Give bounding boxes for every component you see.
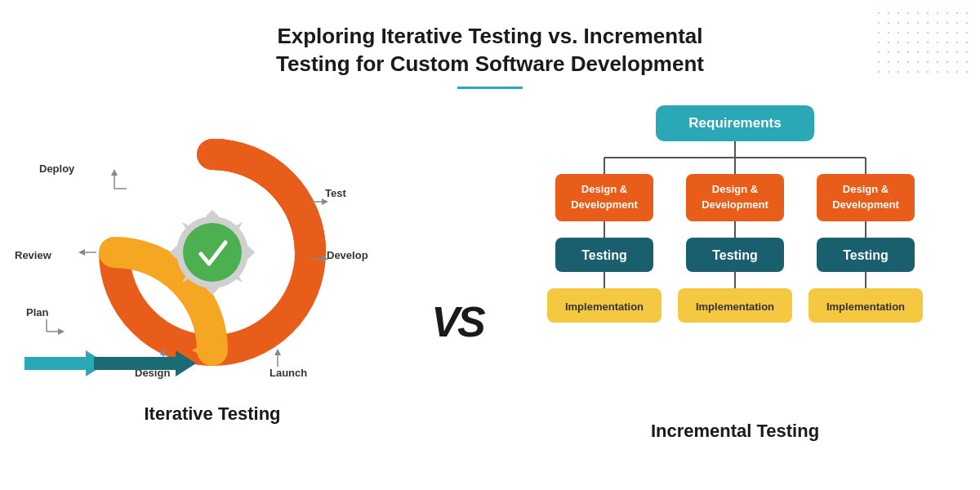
svg-marker-31 (58, 328, 65, 335)
svg-text:Implementation: Implementation (565, 301, 644, 313)
label-plan: Plan (26, 306, 49, 318)
svg-text:Testing: Testing (712, 248, 758, 262)
svg-marker-22 (111, 169, 118, 176)
svg-text:Implementation: Implementation (696, 301, 774, 313)
svg-marker-14 (248, 246, 255, 259)
iterative-title: Iterative Testing (0, 403, 425, 425)
svg-text:Development: Development (571, 198, 638, 211)
svg-rect-63 (817, 174, 915, 221)
iterative-diagram: Deploy Test Review Develop Plan (0, 105, 425, 399)
incremental-title: Incremental Testing (651, 421, 819, 442)
svg-marker-26 (78, 249, 85, 256)
dots-decoration (874, 8, 972, 74)
svg-text:Implementation: Implementation (826, 301, 905, 313)
requirements-box: Requirements (656, 105, 813, 141)
svg-text:Development: Development (832, 198, 899, 211)
title-underline (457, 87, 523, 89)
main-title: Exploring Iterative Testing vs. Incremen… (0, 0, 980, 78)
svg-text:Testing: Testing (581, 248, 627, 262)
label-deploy: Deploy (39, 163, 75, 175)
svg-text:Design &: Design & (712, 183, 758, 195)
label-test: Test (325, 187, 346, 199)
label-review: Review (15, 249, 52, 261)
svg-point-19 (183, 223, 242, 282)
svg-marker-11 (206, 210, 219, 216)
svg-marker-24 (322, 198, 328, 205)
vs-divider: VS (425, 163, 490, 481)
svg-rect-54 (686, 174, 784, 221)
incremental-tree: Requirements Design & Development (506, 105, 964, 442)
svg-marker-35 (274, 349, 281, 355)
svg-text:Design &: Design & (843, 183, 889, 195)
svg-text:Testing: Testing (843, 248, 889, 262)
svg-rect-45 (555, 174, 653, 221)
label-launch: Launch (270, 367, 307, 379)
svg-text:Design &: Design & (581, 183, 627, 195)
svg-text:Development: Development (702, 198, 768, 211)
right-panel: Requirements Design & Development (490, 97, 980, 481)
vs-text: VS (431, 297, 483, 346)
left-panel: Deploy Test Review Develop Plan (0, 97, 425, 481)
label-develop: Develop (327, 249, 368, 261)
